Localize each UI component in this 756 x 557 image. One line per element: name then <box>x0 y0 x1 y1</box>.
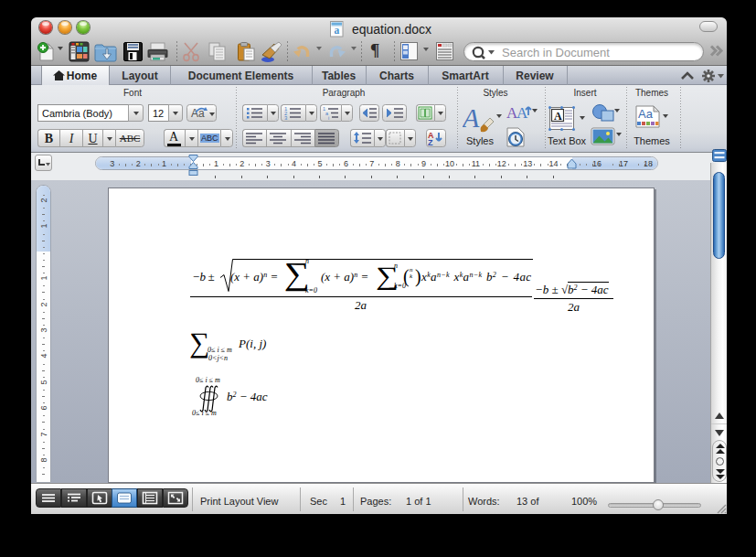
svg-text:A: A <box>463 102 480 133</box>
svg-text:3: 3 <box>284 115 288 121</box>
svg-text:A: A <box>554 110 562 123</box>
svg-text:A: A <box>516 104 528 122</box>
svg-text:Z: Z <box>428 138 433 146</box>
svg-text:Aa: Aa <box>638 107 654 121</box>
svg-text:i: i <box>328 115 329 121</box>
